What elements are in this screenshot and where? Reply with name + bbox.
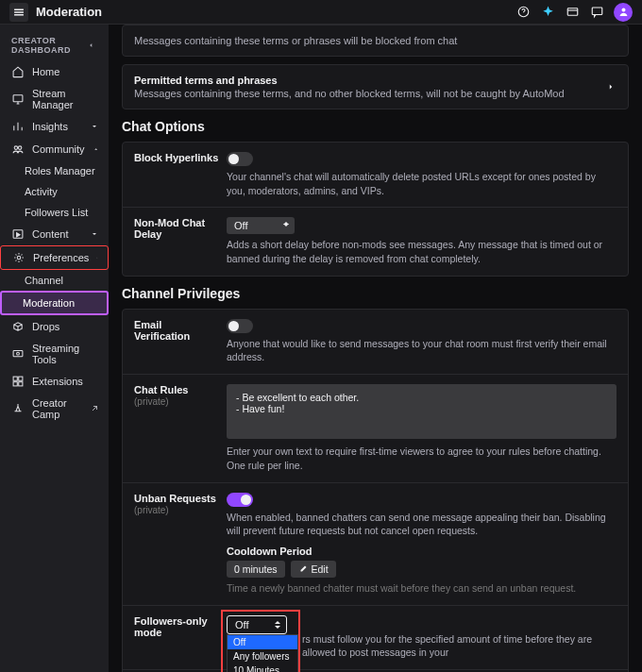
chat-rules-textarea[interactable]: [227, 384, 617, 439]
hamburger-icon: [12, 6, 25, 19]
unban-requests-toggle[interactable]: [227, 493, 253, 507]
svg-point-10: [17, 352, 20, 355]
page-title: Moderation: [36, 5, 102, 19]
followers-only-option[interactable]: 10 Minutes: [228, 664, 297, 672]
sidebar-sub-moderation[interactable]: Moderation: [2, 293, 107, 313]
chevron-down-icon: [90, 229, 99, 239]
svg-point-6: [18, 146, 22, 150]
sidebar-sub-followers[interactable]: Followers List: [0, 202, 109, 223]
sidebar-item-content[interactable]: Content: [0, 223, 109, 245]
sidebar-item-insights[interactable]: Insights: [0, 115, 109, 138]
whats-new-icon[interactable]: [540, 5, 555, 20]
sidebar-item-home[interactable]: Home: [0, 60, 109, 83]
svg-rect-11: [13, 377, 17, 380]
chat-delay-select[interactable]: Off: [227, 217, 295, 234]
channel-privileges-heading: Channel Privileges: [122, 286, 629, 301]
content-icon: [11, 227, 25, 241]
cooldown-value: 0 minutes: [227, 561, 285, 578]
camp-icon: [11, 402, 25, 415]
blocked-terms-card-partial: Messages containing these terms or phras…: [122, 25, 629, 57]
svg-rect-12: [19, 377, 23, 380]
gear-icon: [12, 251, 25, 264]
stream-icon: [11, 92, 25, 106]
chat-rules-row: Chat Rules (private) Enter your own text…: [123, 375, 628, 482]
sidebar-item-stream-manager[interactable]: Stream Manager: [0, 83, 109, 115]
pencil-icon: [298, 564, 308, 574]
chat-delay-row: Non-Mod Chat Delay Off Adds a short dela…: [123, 208, 628, 275]
sidebar-item-drops[interactable]: Drops: [0, 315, 109, 338]
followers-only-option[interactable]: Any followers: [228, 649, 297, 664]
svg-point-5: [14, 146, 18, 150]
community-icon: [11, 143, 25, 156]
insights-icon: [11, 120, 25, 133]
extensions-icon: [11, 375, 25, 388]
svg-rect-9: [13, 351, 23, 357]
block-hyperlinks-row: Block Hyperlinks Your channel's chat wil…: [123, 143, 628, 208]
followers-only-row: Followers-only mode Off Off Any follower…: [123, 606, 628, 670]
sidebar-item-creator-camp[interactable]: Creator Camp: [0, 393, 109, 425]
inbox-icon[interactable]: [565, 5, 580, 20]
chat-options-heading: Chat Options: [122, 119, 629, 134]
email-verification-row: Email Verification Anyone that would lik…: [123, 310, 628, 375]
tools-icon: [11, 347, 25, 361]
svg-rect-4: [13, 95, 23, 102]
svg-rect-13: [13, 382, 17, 386]
sidebar-item-preferences[interactable]: Preferences: [1, 246, 108, 269]
sidebar-sub-activity[interactable]: Activity: [0, 181, 109, 202]
sidebar-item-extensions[interactable]: Extensions: [0, 370, 109, 393]
chevron-down-icon: [90, 122, 99, 131]
chevron-right-icon: [605, 81, 617, 92]
permitted-terms-card[interactable]: Permitted terms and phrases Messages con…: [122, 64, 629, 109]
followers-only-option[interactable]: Off: [228, 635, 297, 649]
email-verification-toggle[interactable]: [227, 319, 253, 333]
followers-only-dropdown: Off Any followers 10 Minutes 30 Minutes …: [227, 634, 298, 672]
chevron-up-icon: [96, 253, 98, 262]
sidebar-heading: CREATOR DASHBOARD: [11, 36, 86, 55]
drops-icon: [11, 320, 25, 333]
svg-point-8: [17, 256, 21, 260]
external-icon: [90, 404, 99, 413]
sidebar-item-community[interactable]: Community: [0, 138, 109, 160]
sidebar-item-streaming-tools[interactable]: Streaming Tools: [0, 338, 109, 370]
svg-point-3: [621, 8, 625, 12]
svg-rect-2: [592, 8, 602, 15]
sidebar-sub-roles[interactable]: Roles Manager: [0, 160, 109, 181]
menu-button[interactable]: [9, 3, 28, 22]
svg-rect-1: [567, 8, 578, 16]
svg-rect-14: [19, 382, 23, 386]
sidebar-sub-channel[interactable]: Channel: [0, 270, 109, 291]
collapse-icon[interactable]: [86, 39, 99, 52]
block-hyperlinks-toggle[interactable]: [227, 152, 253, 166]
unban-requests-row: Unban Requests (private) When enabled, b…: [123, 483, 628, 606]
chat-icon[interactable]: [589, 5, 604, 20]
sidebar: CREATOR DASHBOARD Home Stream Manager In…: [0, 25, 109, 672]
home-icon: [11, 65, 25, 78]
cooldown-edit-button[interactable]: Edit: [291, 561, 336, 578]
followers-only-select[interactable]: Off: [227, 615, 287, 634]
user-avatar[interactable]: [614, 3, 633, 22]
chevron-up-icon: [93, 144, 99, 154]
help-icon[interactable]: [515, 5, 531, 20]
